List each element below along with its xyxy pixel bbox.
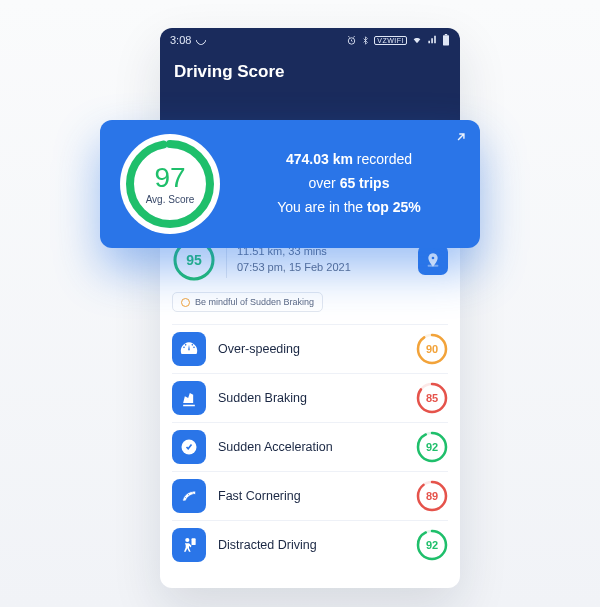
svg-rect-2 [445,34,447,35]
metric-icon [172,381,206,415]
metric-label: Distracted Driving [218,538,317,552]
avg-score-card[interactable]: 97 Avg. Score 474.03 km recorded over 65… [100,120,480,248]
metric-icon [172,332,206,366]
expand-icon [454,130,468,144]
phone-frame: 3:08 VZWIFI Driving Score Recent Trips 9… [160,28,460,588]
metric-score-value: 90 [416,333,448,365]
carrier-badge: VZWIFI [374,36,407,45]
metric-row[interactable]: Sudden Acceleration92 [172,422,448,471]
page-title: Driving Score [174,62,446,82]
map-pin-icon [425,252,441,268]
metric-label: Fast Cornering [218,489,301,503]
signal-icon [427,35,438,45]
metric-score-value: 92 [416,431,448,463]
metric-score-value: 89 [416,480,448,512]
avg-score-value: 97 [154,164,185,192]
metric-score-ring: 85 [416,382,448,414]
metric-score-ring: 90 [416,333,448,365]
battery-icon [442,34,450,46]
metric-label: Sudden Braking [218,391,307,405]
rank-value: top 25% [367,199,421,215]
content-area: Recent Trips 95 11.51 km, 33 mins 07:53 … [160,210,460,581]
status-bar: 3:08 VZWIFI [160,28,460,52]
avg-score-label: Avg. Score [146,194,195,205]
bluetooth-icon [361,35,370,46]
metric-score-ring: 92 [416,529,448,561]
metric-icon [172,528,206,562]
alarm-icon [346,35,357,46]
metric-score-ring: 89 [416,480,448,512]
metric-row[interactable]: Over-speeding90 [172,324,448,373]
view-map-button[interactable] [418,245,448,275]
status-time: 3:08 [170,34,191,46]
trip-datetime: 07:53 pm, 15 Feb 2021 [237,260,351,276]
metric-label: Sudden Acceleration [218,440,333,454]
metric-icon [172,430,206,464]
metric-row[interactable]: Fast Cornering89 [172,471,448,520]
metric-row[interactable]: Distracted Driving92 [172,520,448,569]
score-stats: 474.03 km recorded over 65 trips You are… [238,148,460,219]
driving-tip: Be mindful of Sudden Braking [172,292,323,312]
tip-text: Be mindful of Sudden Braking [195,297,314,307]
metric-score-value: 85 [416,382,448,414]
lightbulb-icon [181,298,190,307]
trips-value: 65 trips [340,175,390,191]
metric-score-value: 92 [416,529,448,561]
metrics-list: Over-speeding90Sudden Braking85Sudden Ac… [172,324,448,569]
dnd-icon [194,33,208,47]
expand-button[interactable] [454,130,468,148]
avg-score-ring: 97 Avg. Score [120,134,220,234]
trip-meta: 11.51 km, 33 mins 07:53 pm, 15 Feb 2021 [237,244,351,276]
svg-point-15 [185,538,189,542]
svg-rect-16 [192,538,196,545]
svg-rect-5 [428,265,439,267]
metric-row[interactable]: Sudden Braking85 [172,373,448,422]
metric-label: Over-speeding [218,342,300,356]
metric-score-ring: 92 [416,431,448,463]
km-value: 474.03 km [286,151,353,167]
wifi-icon [411,35,423,45]
svg-rect-1 [443,35,449,45]
metric-icon [172,479,206,513]
